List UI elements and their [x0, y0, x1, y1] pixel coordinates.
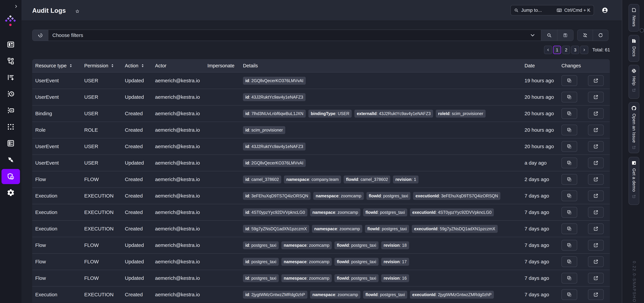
table-row[interactable]: Execution EXECUTION Created aemerich@kes…: [32, 286, 610, 303]
table-row[interactable]: Flow FLOW Created aemerich@kestra.io id:…: [32, 171, 610, 187]
filter-save-button[interactable]: [557, 30, 573, 41]
cell-changes: [562, 125, 610, 135]
view-changes-button[interactable]: [562, 256, 577, 267]
cell-action: Created: [125, 226, 155, 232]
cell-action: Created: [125, 292, 155, 297]
open-details-button[interactable]: [588, 289, 604, 300]
right-tab-docs[interactable]: Docs: [628, 35, 639, 62]
view-changes-button[interactable]: [562, 240, 577, 251]
open-details-button[interactable]: [588, 125, 604, 135]
table-header-row: Resource type Permission Action Actor Im…: [32, 59, 610, 72]
detail-badge: flowId: postgres_taxi: [334, 258, 378, 266]
cell-date: 7 days ago: [524, 259, 562, 264]
column-header-permission[interactable]: Permission: [84, 63, 125, 69]
table-row[interactable]: UserEvent USER Updated aemerich@kestra.i…: [32, 155, 610, 171]
search-icon: [547, 33, 552, 38]
pagination-page-3[interactable]: 3: [571, 46, 579, 54]
table-row[interactable]: Execution EXECUTION Created aemerich@kes…: [32, 220, 610, 237]
table-row[interactable]: UserEvent USER Created aemerich@kestra.i…: [32, 138, 610, 155]
view-changes-button[interactable]: [562, 273, 577, 283]
open-details-button[interactable]: [588, 92, 604, 102]
column-header-action[interactable]: Action: [125, 63, 155, 69]
detail-badge: namespace: zoomcamp: [282, 241, 332, 249]
view-changes-button[interactable]: [562, 158, 577, 168]
view-changes-button[interactable]: [562, 92, 577, 102]
filter-history-button[interactable]: [32, 30, 48, 41]
view-changes-button[interactable]: [562, 108, 577, 119]
view-changes-button[interactable]: [562, 207, 577, 218]
right-tab-get-a-demo[interactable]: Get a demo: [628, 157, 639, 205]
table-row[interactable]: UserEvent USER Updated aemerich@kestra.i…: [32, 89, 610, 105]
chevron-down-icon[interactable]: [530, 32, 536, 38]
sidebar-item-plugins[interactable]: [0, 135, 22, 152]
detail-badge: flowId: postgres_taxi: [334, 241, 378, 249]
sidebar-expand-button[interactable]: [14, 4, 18, 9]
view-changes-button[interactable]: [562, 289, 577, 300]
sidebar-item-audit-logs[interactable]: [0, 168, 22, 184]
open-details-button[interactable]: [588, 273, 604, 283]
table-row[interactable]: Execution EXECUTION Created aemerich@kes…: [32, 187, 610, 204]
user-avatar[interactable]: [602, 7, 608, 14]
sidebar-item-dashboard[interactable]: [0, 36, 22, 53]
kestra-logo[interactable]: [4, 14, 17, 28]
namespaces-icon: [7, 106, 15, 114]
open-details-button[interactable]: [588, 240, 604, 251]
view-changes-button[interactable]: [562, 190, 577, 201]
pagination-page-1[interactable]: 1: [553, 46, 561, 54]
pagination-prev-button[interactable]: [544, 46, 552, 54]
filter-search-button[interactable]: [541, 30, 557, 41]
open-details-button[interactable]: [588, 75, 604, 86]
open-details-button[interactable]: [588, 207, 604, 218]
sidebar-item-executions[interactable]: [0, 69, 22, 86]
view-changes-button[interactable]: [562, 141, 577, 152]
open-details-button[interactable]: [588, 141, 604, 152]
news-notification-dot: [640, 28, 644, 33]
open-details-button[interactable]: [588, 158, 604, 168]
table-row[interactable]: Binding USER Created aemerich@kestra.io …: [32, 105, 610, 122]
table-row[interactable]: Flow FLOW Updated aemerich@kestra.io id:…: [32, 270, 610, 286]
cell-action: Created: [125, 177, 155, 182]
cell-actor: aemerich@kestra.io: [155, 94, 208, 100]
open-details-button[interactable]: [588, 108, 604, 119]
jump-to-search[interactable]: Jump to... Ctrl/Cmd + K: [510, 5, 594, 16]
open-details-button[interactable]: [588, 190, 604, 201]
filter-input[interactable]: Choose filters: [48, 30, 541, 41]
table-row[interactable]: Flow FLOW Updated aemerich@kestra.io id:…: [32, 253, 610, 270]
sort-icon[interactable]: [69, 63, 73, 68]
right-tab-help[interactable]: Help: [628, 65, 639, 99]
sidebar-item-settings[interactable]: [0, 184, 22, 201]
sort-icon[interactable]: [110, 63, 114, 68]
view-changes-button[interactable]: [562, 174, 577, 185]
open-details-button[interactable]: [588, 174, 604, 185]
right-tab-news[interactable]: News: [628, 4, 639, 32]
open-details-button[interactable]: [588, 223, 604, 234]
sidebar-item-flows[interactable]: [0, 53, 22, 69]
view-changes-button[interactable]: [562, 75, 577, 86]
view-changes-button[interactable]: [562, 223, 577, 234]
sidebar-item-logs[interactable]: [0, 86, 22, 102]
table-row[interactable]: Role ROLE Created aemerich@kestra.io id:…: [32, 122, 610, 138]
cell-date: 20 hours ago: [524, 94, 562, 100]
right-tab-open-an-issue[interactable]: Open an Issue: [628, 102, 639, 153]
auto-refresh-off-button[interactable]: [578, 30, 593, 41]
detail-badge: flowId: postgres_taxi: [366, 192, 410, 200]
pagination-next-button[interactable]: [580, 46, 588, 54]
filter-bar: Choose filters: [32, 30, 574, 41]
cell-actor: aemerich@kestra.io: [155, 144, 208, 149]
open-details-button[interactable]: [588, 256, 604, 267]
table-row[interactable]: Flow FLOW Updated aemerich@kestra.io id:…: [32, 237, 610, 253]
refresh-button[interactable]: [593, 30, 608, 41]
sidebar-item-namespaces[interactable]: [0, 102, 22, 119]
detail-badge: flowId: postgres_taxi: [363, 291, 407, 299]
sidebar-item-administration[interactable]: [0, 152, 22, 168]
sidebar-item-blueprints[interactable]: [0, 119, 22, 135]
sort-icon[interactable]: [140, 63, 145, 68]
column-header-resource-type[interactable]: Resource type: [35, 63, 84, 69]
favorite-star-icon[interactable]: [75, 9, 80, 14]
settings-gear-icon: [7, 189, 15, 197]
cell-permission: FLOW: [84, 259, 125, 264]
table-row[interactable]: UserEvent USER Updated aemerich@kestra.i…: [32, 72, 610, 89]
pagination-page-2[interactable]: 2: [562, 46, 570, 54]
table-row[interactable]: Execution EXECUTION Created aemerich@kes…: [32, 204, 610, 220]
view-changes-button[interactable]: [562, 125, 577, 135]
